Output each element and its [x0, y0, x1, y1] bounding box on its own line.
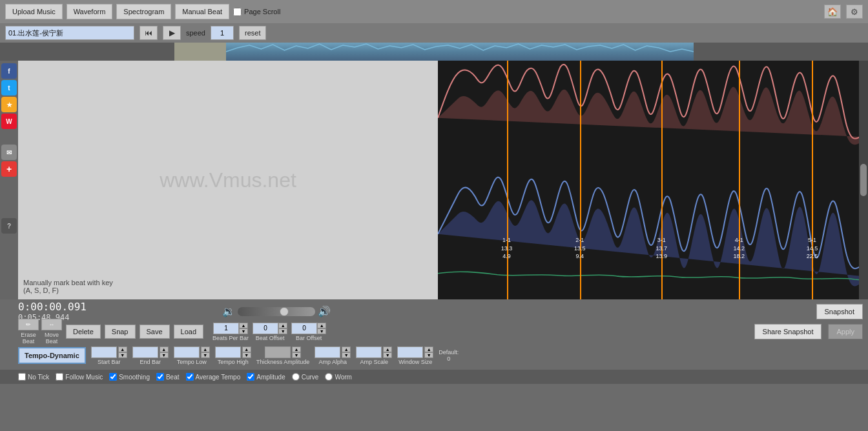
curve-item: Curve	[292, 373, 319, 381]
star-button[interactable]: ★	[1, 97, 17, 112]
tempo-low-up[interactable]: ▲	[201, 346, 210, 352]
manual-beat-button[interactable]: Manual Beat	[175, 4, 229, 19]
beats-per-bar-down[interactable]: ▼	[239, 328, 248, 334]
share-snapshot-button[interactable]: Share Snapshot	[754, 324, 822, 339]
beat-offset-down[interactable]: ▼	[278, 328, 287, 334]
twitter-button[interactable]: t	[1, 80, 17, 95]
no-tick-label: No Tick	[28, 374, 49, 381]
tempo-high-up[interactable]: ▲	[242, 346, 251, 352]
bar-offset-up[interactable]: ▲	[317, 323, 326, 328]
start-bar-spinners: ▲ ▼	[91, 346, 127, 358]
page-scroll-checkbox[interactable]	[233, 8, 242, 16]
checkbox-row: No Tick Follow Music Smoothing Beat Aver…	[0, 370, 868, 384]
amp-alpha-down[interactable]: ▼	[342, 352, 351, 358]
beat-offset-input[interactable]	[253, 323, 278, 334]
settings-icon[interactable]: ⚙	[846, 5, 863, 19]
beat-offset-up[interactable]: ▲	[278, 323, 287, 328]
thickness-up[interactable]: ▲	[292, 346, 301, 352]
spectrogram-button[interactable]: Spectrogram	[116, 4, 171, 19]
load-button[interactable]: Load	[174, 325, 203, 339]
amp-alpha-spinners: ▲ ▼	[315, 346, 351, 358]
apply-button[interactable]: Apply	[828, 324, 863, 339]
mail-button[interactable]: ✉	[1, 145, 17, 160]
upload-music-button[interactable]: Upload Music	[5, 4, 63, 19]
home-icon[interactable]: 🏠	[824, 5, 841, 19]
beats-per-bar-field: ▲ ▼	[213, 323, 248, 334]
window-size-up[interactable]: ▲	[424, 346, 433, 352]
amp-scale-down[interactable]: ▼	[383, 352, 392, 358]
help-button[interactable]: ?	[1, 218, 17, 234]
beat-checkbox[interactable]	[156, 373, 164, 381]
waveform-overview[interactable]	[0, 43, 868, 61]
start-bar-up[interactable]: ▲	[118, 346, 127, 352]
bar-offset-down[interactable]: ▼	[317, 328, 326, 334]
snap-button[interactable]: Snap	[105, 325, 136, 339]
no-tick-checkbox[interactable]	[18, 373, 26, 381]
follow-music-checkbox[interactable]	[56, 373, 63, 381]
main-area: f t ★ W ✉ + ? www.Vmus.net Manually mark…	[0, 61, 868, 299]
amp-scale-input[interactable]	[356, 346, 382, 358]
volume-thumb[interactable]	[280, 307, 289, 316]
beat-item: Beat	[156, 373, 180, 381]
end-bar-down[interactable]: ▼	[160, 352, 169, 358]
tempo-low-input[interactable]	[174, 346, 200, 358]
default-label: Default:	[439, 349, 459, 356]
smoothing-label: Smoothing	[119, 374, 150, 381]
amp-scale-up[interactable]: ▲	[383, 346, 392, 352]
tempo-low-down[interactable]: ▼	[201, 352, 210, 358]
thickness-down[interactable]: ▼	[292, 352, 301, 358]
play-button[interactable]: ▶	[163, 26, 181, 40]
tempo-high-group: ▲ ▼ Tempo High	[215, 346, 251, 365]
tempo-high-down[interactable]: ▼	[242, 352, 251, 358]
default-value: 0	[447, 356, 450, 362]
tempo-high-spinners: ▲ ▼	[215, 346, 251, 358]
move-icon[interactable]: ↔	[41, 319, 62, 330]
waveform-track[interactable]	[174, 43, 694, 61]
tempo-high-input[interactable]	[215, 346, 241, 358]
save-button[interactable]: Save	[140, 325, 170, 339]
scroll-thumb[interactable]	[860, 164, 867, 196]
amp-alpha-up[interactable]: ▲	[342, 346, 351, 352]
add-button[interactable]: +	[1, 161, 17, 177]
tempo-dynamic-button[interactable]: Tempo-Dynamic	[18, 347, 86, 364]
worm-radio[interactable]	[325, 373, 333, 381]
delete-button[interactable]: Delete	[66, 325, 101, 339]
window-size-input[interactable]	[397, 346, 423, 358]
weibo-button[interactable]: W	[1, 114, 17, 129]
speed-input[interactable]	[211, 26, 234, 40]
rewind-button[interactable]: ⏮	[140, 26, 158, 40]
end-bar-up[interactable]: ▲	[160, 346, 169, 352]
amp-scale-group: ▲ ▼ Amp Scale	[356, 346, 392, 365]
volume-slider[interactable]	[238, 307, 315, 316]
smoothing-checkbox[interactable]	[109, 373, 117, 381]
beats-per-bar-up[interactable]: ▲	[239, 323, 248, 328]
amp-scale-spinners: ▲ ▼	[356, 346, 392, 358]
amplitude-checkbox[interactable]	[247, 373, 254, 381]
beats-per-bar-input[interactable]	[213, 323, 239, 334]
bar-offset-input[interactable]	[291, 323, 317, 334]
thickness-spinners: ▲ ▼	[265, 346, 301, 358]
waveform-button[interactable]: Waveform	[67, 4, 113, 19]
beats-per-bar-group: ▲ ▼ Beats Per Bar ▲ ▼ Beat Offset	[212, 323, 326, 341]
beats-per-bar-label: Beats Per Bar	[212, 335, 249, 341]
start-bar-down[interactable]: ▼	[118, 352, 127, 358]
curve-radio[interactable]	[292, 373, 300, 381]
snapshot-button[interactable]: Snapshot	[816, 304, 863, 319]
end-bar-input[interactable]	[132, 346, 158, 358]
file-name-input[interactable]	[5, 26, 134, 40]
erase-icon[interactable]: ✏	[18, 319, 39, 330]
reset-button[interactable]: reset	[239, 26, 266, 40]
start-bar-input[interactable]	[91, 346, 117, 358]
average-tempo-item: Average Tempo	[186, 373, 241, 381]
facebook-button[interactable]: f	[1, 63, 17, 79]
second-toolbar: ⏮ ▶ speed reset	[0, 23, 868, 43]
smoothing-item: Smoothing	[109, 373, 150, 381]
right-waveform-panel[interactable]: 1-113.34.9 2-113.59.4 3-113.713.9 4-114.…	[438, 61, 868, 299]
social-sidebar: f t ★ W ✉ + ?	[0, 61, 18, 299]
average-tempo-checkbox[interactable]	[186, 373, 194, 381]
bar-offset-field: ▲ ▼	[291, 323, 326, 334]
window-size-down[interactable]: ▼	[424, 352, 433, 358]
thickness-input[interactable]	[265, 346, 291, 358]
right-scrollbar[interactable]	[859, 61, 868, 299]
amp-alpha-input[interactable]	[315, 346, 340, 358]
